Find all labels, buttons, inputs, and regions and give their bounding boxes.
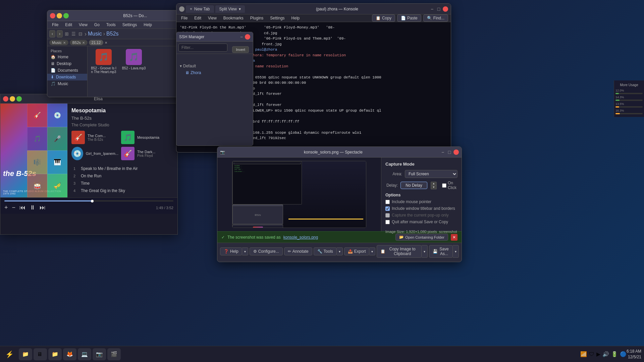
breadcrumb-music[interactable]: Music ✕ — [49, 40, 68, 45]
open-containing-folder-button[interactable]: 📂 Open Containing Folder — [395, 234, 448, 241]
breadcrumb-b52s[interactable]: B52s ✕ — [70, 40, 88, 45]
konsole-menu-plugins[interactable]: Plugins — [247, 14, 267, 22]
include-titlebar-checkbox[interactable] — [385, 206, 390, 211]
taskbar-app-firefox[interactable]: 🦊 — [63, 348, 76, 360]
add-button[interactable]: + — [4, 204, 8, 211]
help-dropdown-button[interactable]: ▾ — [242, 247, 248, 255]
taskbar-app-konsole[interactable]: 💻 — [78, 348, 91, 360]
delay-input[interactable] — [400, 182, 427, 189]
paste-button[interactable]: 📄 Paste — [397, 14, 421, 22]
queue-item-3[interactable]: 3 Time — [71, 180, 173, 187]
queue-item-4[interactable]: 4 The Great Gig in the Sky — [71, 187, 173, 193]
find-button[interactable]: 🔍 Find... — [423, 14, 448, 22]
save-as-dropdown-button[interactable]: ▾ — [453, 245, 459, 258]
konsole-close-button[interactable]: ✕ — [443, 6, 448, 12]
audio-icon[interactable]: 🔊 — [602, 351, 609, 357]
taskbar-app-files[interactable]: 📁 — [48, 348, 62, 360]
konsole-menu-edit[interactable]: Edit — [191, 14, 205, 22]
taskbar-app-spectacle[interactable]: 📷 — [93, 348, 106, 360]
konsole-menu-file[interactable]: File — [178, 14, 191, 22]
remove-button[interactable]: − — [12, 204, 16, 211]
file-manager-close-button[interactable]: ✕ — [50, 13, 55, 18]
taskbar-app-video[interactable]: 🎬 — [107, 348, 121, 360]
spectacle-close-button[interactable]: ✕ — [453, 149, 459, 155]
ssh-invert-button[interactable]: Invert — [232, 46, 249, 53]
file-menu-go[interactable]: Go — [91, 21, 103, 28]
taskbar-launcher-icon[interactable]: ⚡ — [3, 348, 16, 361]
player-minimize-button[interactable]: − — [10, 96, 15, 102]
konsole-tab-split[interactable]: Split View ▾ — [215, 5, 245, 13]
taskbar-time-display[interactable]: 6:18 AM 12/5/21 — [627, 349, 641, 360]
copy-button[interactable]: 📋 Copy — [372, 14, 395, 22]
spectacle-maximize-button[interactable]: □ — [447, 149, 452, 155]
ssh-manager-minimize-button[interactable]: − — [238, 34, 245, 40]
related-item-3[interactable]: 🎸 The Dark... Pink Floyd — [121, 147, 168, 160]
file-item-groove[interactable]: 🎵 B52 - Groove Is In The Heart.mp3 — [90, 49, 117, 94]
view-icons-button[interactable]: ⊞ — [65, 31, 69, 37]
player-maximize-button[interactable]: □ — [16, 96, 22, 102]
konsole-tab-new[interactable]: + New Tab — [186, 5, 214, 13]
konsole-menu-settings[interactable]: Settings — [267, 14, 288, 22]
spectacle-minimize-button[interactable]: − — [440, 149, 445, 155]
sidebar-item-music[interactable]: 🎵 Music — [47, 80, 87, 87]
size-badge-close[interactable]: ✕ — [105, 41, 107, 45]
list-view-button[interactable]: ☰ — [71, 31, 76, 37]
save-as-button[interactable]: 💾 Save As... — [429, 245, 453, 258]
ssh-group-default[interactable]: ▾ Default — [178, 63, 251, 69]
path-music[interactable]: Music — [88, 31, 102, 37]
file-manager-minimize-button[interactable]: − — [57, 13, 62, 18]
sidebar-item-home[interactable]: 🏠 Home — [47, 54, 87, 60]
export-dropdown-button[interactable]: ▾ — [369, 247, 375, 255]
configure-button[interactable]: ⚙ Configure... — [250, 247, 283, 255]
delay-up-button[interactable]: ▲ — [431, 182, 437, 186]
sidebar-item-downloads[interactable]: ⬇ Downloads — [47, 74, 87, 80]
konsole-menu-bookmarks[interactable]: Bookmarks — [220, 14, 247, 22]
player-progress-bar[interactable] — [4, 200, 173, 201]
breadcrumb-b52s-close[interactable]: ✕ — [82, 41, 85, 45]
annotate-button[interactable]: ✏ Annotate — [284, 247, 312, 255]
file-menu-file[interactable]: File — [49, 21, 62, 28]
taskbar-app-dolphin[interactable]: 📁 — [19, 348, 32, 360]
taskbar-app-terminal[interactable]: 🖥 — [34, 348, 47, 360]
detail-view-button[interactable]: ⊟ — [78, 31, 83, 37]
related-item-1[interactable]: 🎵 Mesopotamia — [121, 131, 168, 144]
play-pause-button[interactable]: ⏸ — [30, 204, 36, 211]
copy-image-button[interactable]: 📋 Copy Image to Clipboard — [377, 245, 421, 258]
quit-after-checkbox[interactable] — [385, 220, 390, 224]
queue-item-2[interactable]: 2 On the Run — [71, 172, 173, 180]
bluetooth-icon[interactable]: 🔵 — [620, 351, 627, 357]
back-button[interactable]: ‹ — [49, 30, 55, 38]
ssh-manager-close-button[interactable]: ✕ — [245, 34, 250, 40]
network-icon[interactable]: 📶 — [580, 351, 587, 357]
delay-down-button[interactable]: ▼ — [431, 186, 437, 189]
konsole-minimize-button[interactable]: − — [429, 6, 435, 12]
on-click-checkbox[interactable] — [442, 183, 446, 188]
media-icon[interactable]: ▶ — [596, 351, 600, 357]
previous-button[interactable]: ⏮ — [19, 204, 25, 211]
vpn-icon[interactable]: 🛡 — [589, 351, 594, 357]
file-menu-view[interactable]: View — [75, 21, 91, 28]
copy-image-dropdown-button[interactable]: ▾ — [422, 245, 428, 258]
player-close-button[interactable]: ✕ — [3, 96, 8, 102]
file-menu-tools[interactable]: Tools — [103, 21, 119, 28]
sidebar-item-documents[interactable]: 📄 Documents — [47, 67, 87, 74]
help-button[interactable]: ❓ Help — [220, 247, 242, 255]
tools-dropdown-button[interactable]: ▾ — [337, 247, 343, 255]
status-filename-link[interactable]: konsole_solors.png — [283, 235, 318, 240]
file-menu-settings[interactable]: Settings — [119, 21, 140, 28]
forward-button[interactable]: › — [57, 30, 63, 38]
path-b52s[interactable]: B52s — [106, 31, 118, 37]
konsole-maximize-button[interactable]: □ — [436, 6, 441, 12]
queue-item-1[interactable]: 1 Speak to Me / Breathe in the Air — [71, 165, 173, 172]
next-button[interactable]: ⏭ — [40, 204, 46, 211]
include-mouse-checkbox[interactable] — [385, 200, 390, 204]
file-menu-help[interactable]: Help — [140, 21, 155, 28]
konsole-menu-view[interactable]: View — [205, 14, 220, 22]
tools-button[interactable]: 🔧 Tools — [314, 247, 337, 255]
file-manager-maximize-button[interactable]: □ — [63, 13, 69, 18]
export-button[interactable]: 📤 Export — [344, 247, 370, 255]
konsole-menu-help[interactable]: Help — [288, 14, 303, 22]
breadcrumb-music-close[interactable]: ✕ — [63, 41, 66, 45]
status-close-button[interactable]: ✕ — [451, 234, 458, 241]
ssh-filter-input[interactable] — [178, 44, 227, 52]
